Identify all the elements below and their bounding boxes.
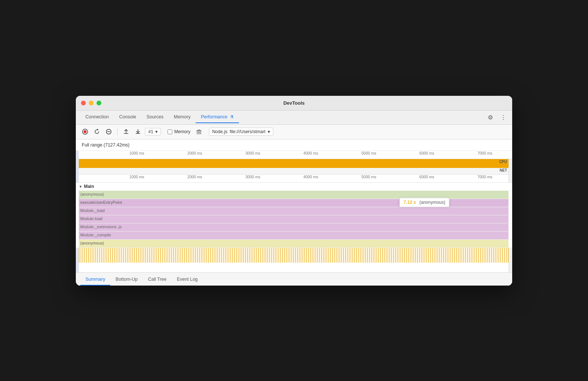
row5-label: Module._compile [80,233,111,237]
row3-label: Module.load [80,216,102,221]
main-label-row: ▼ Main [76,183,512,191]
flask-icon: ⚗ [230,115,234,119]
settings-button[interactable]: ⚙ [486,112,494,122]
range-label: Full range (7127.42ms) [76,139,512,151]
row4-label: Module._extensions..js [80,225,122,229]
row3-bar: Module.load [79,215,508,223]
empty-bar [79,263,508,272]
traffic-lights [81,101,101,105]
garbage-collect-button[interactable] [194,128,204,136]
flame-row-4[interactable]: Module._extensions..js [76,223,512,232]
tab-performance[interactable]: Performance ⚗ [196,111,239,123]
tab-connection[interactable]: Connection [80,111,114,123]
tabs-right-controls: ⚙ ⋮ [486,112,508,122]
cpu-gutter [76,159,79,168]
stripes1-bar [79,248,508,255]
row6-bar: (anonymous) [79,240,508,247]
flame-left-gutter [76,175,79,182]
tab-call-tree[interactable]: Call Tree [143,274,172,286]
row0-label: (anonymous) [80,192,104,196]
flame-rows: (anonymous) executeUserEntryPoint 7.12 s… [76,191,512,272]
flame-chart-area[interactable]: 1000 ms 2000 ms 3000 ms 4000 ms 5000 ms … [76,175,512,272]
cpu-label: CPU [499,160,507,164]
minimize-button[interactable] [89,101,94,105]
flame-ticks-row: 1000 ms 2000 ms 3000 ms 4000 ms 5000 ms … [76,175,512,183]
net-label: NET [500,168,507,172]
row5-bar: Module._compile [79,232,508,239]
tick-4000: 4000 ms [303,151,318,155]
dropdown-arrow-icon: ▾ [155,129,158,134]
net-gutter [76,168,79,175]
flame-ticks-scrollbar [508,175,512,182]
reload-button[interactable] [92,128,102,136]
timeline-ticks: 1000 ms 2000 ms 3000 ms 4000 ms 5000 ms … [79,151,508,159]
maximize-button[interactable] [97,101,101,105]
more-button[interactable]: ⋮ [499,112,508,122]
close-button[interactable] [81,101,86,105]
tab-summary[interactable]: Summary [80,274,110,286]
node-label: Node.js: file:///Users/stmart [212,129,266,134]
row2-bar: Module._load [79,207,508,215]
tick-5000: 5000 ms [361,151,376,155]
collapse-icon[interactable]: ▼ [79,185,82,189]
session-selector[interactable]: #1 ▾ [145,128,161,135]
flame-tick-2000: 2000 ms [187,175,202,179]
stripes2-bar [79,255,508,263]
download-button[interactable] [133,128,143,136]
tooltip-label: (anonymous) [419,200,445,205]
cpu-scrollbar [508,159,512,168]
session-label: #1 [148,129,153,134]
flame-row-1[interactable]: executeUserEntryPoint 7.12 s (anonymous) [76,199,512,207]
yellow-stripes-row-1 [76,248,512,255]
flame-tick-7000: 7000 ms [477,175,492,179]
svg-rect-4 [124,133,128,134]
window-title: DevTools [283,100,305,106]
tick-6000: 6000 ms [419,151,434,155]
empty-gutter [76,263,79,272]
stripes1-gutter [76,248,79,255]
row4-bar: Module._extensions..js [79,223,508,231]
toolbar-divider-1 [117,128,118,135]
flame-row-5[interactable]: Module._compile [76,232,512,240]
cpu-bar: CPU [79,159,508,168]
node-dropdown-icon: ▾ [268,129,270,134]
memory-checkbox[interactable] [168,129,172,134]
tab-sources[interactable]: Sources [141,111,169,123]
titlebar: DevTools [76,96,512,111]
stripes2-gutter [76,255,79,263]
memory-checkbox-group: Memory [168,129,190,134]
record-button[interactable] [80,128,90,136]
row1-label: executeUserEntryPoint [80,200,122,205]
svg-rect-5 [136,133,140,134]
stripes2-scrollbar [508,255,512,263]
svg-point-1 [84,130,87,133]
tab-bottom-up[interactable]: Bottom-Up [110,274,143,286]
flame-row-6[interactable]: (anonymous) [76,240,512,248]
tab-console[interactable]: Console [114,111,141,123]
net-bar: NET [79,168,508,175]
flame-row-2[interactable]: Module._load [76,207,512,215]
tab-event-log[interactable]: Event Log [172,274,203,286]
flame-tick-4000: 4000 ms [303,175,318,179]
toolbar: #1 ▾ Memory Node.js: file:///Users/stmar… [76,125,512,139]
net-scrollbar [508,168,512,175]
tooltip-time: 7.12 s [403,200,416,205]
tick-7000: 7000 ms [477,151,492,155]
upload-button[interactable] [121,128,131,136]
flame-tick-6000: 6000 ms [419,175,434,179]
flame-row-3[interactable]: Module.load [76,215,512,223]
bottom-tabs: Summary Bottom-Up Call Tree Event Log [76,272,512,286]
net-row: NET [76,168,512,175]
clear-button[interactable] [104,128,114,136]
timeline-ticks-row: 1000 ms 2000 ms 3000 ms 4000 ms 5000 ms … [76,151,512,159]
row6-label: (anonymous) [80,241,104,245]
tab-memory[interactable]: Memory [169,111,196,123]
row2-label: Module._load [80,208,105,213]
tick-3000: 3000 ms [245,151,260,155]
cpu-row: CPU [76,159,512,168]
node-selector[interactable]: Node.js: file:///Users/stmart ▾ [209,128,273,136]
empty-row [76,263,512,272]
flame-tick-1000: 1000 ms [129,175,144,179]
empty-scrollbar [508,263,512,272]
right-gutter [508,151,512,159]
